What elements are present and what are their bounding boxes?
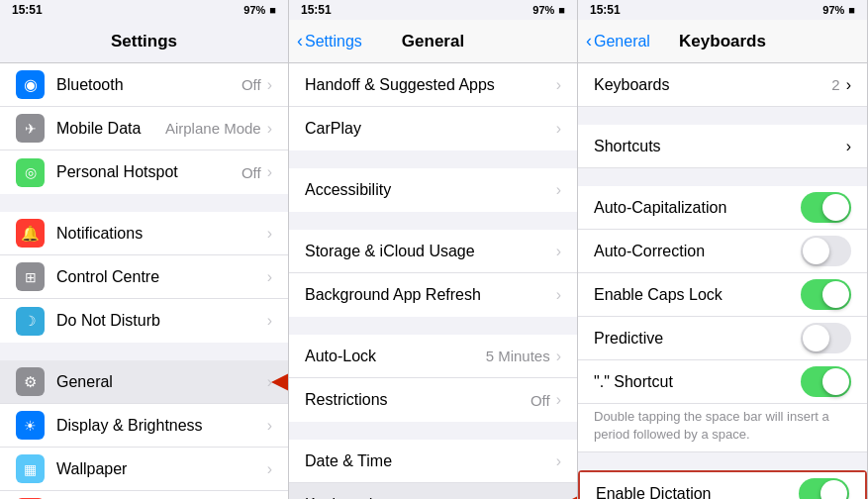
accessibility-label: Accessibility <box>305 181 556 199</box>
control-centre-chevron: › <box>267 268 272 286</box>
mobile-data-value: Airplane Mode <box>165 120 261 137</box>
row-shortcuts[interactable]: Shortcuts › <box>578 125 867 168</box>
nav-back-2[interactable]: ‹ Settings <box>297 31 362 51</box>
svg-marker-0 <box>271 372 288 392</box>
section-keyboards: Keyboards 2 › <box>578 63 867 107</box>
auto-correction-label: Auto-Correction <box>594 243 801 260</box>
row-keyboards[interactable]: Keyboards 2 › <box>578 63 867 107</box>
item-carplay[interactable]: CarPlay › <box>289 107 577 150</box>
restrictions-chevron: › <box>556 391 561 409</box>
section-general: ⚙ General › ☀ Display & Brightness › ▦ <box>0 360 288 499</box>
nav-title-1: Settings <box>111 32 177 51</box>
auto-lock-label: Auto-Lock <box>305 348 486 365</box>
item-storage[interactable]: Storage & iCloud Usage › <box>289 230 577 273</box>
item-restrictions[interactable]: Restrictions Off › <box>289 378 577 422</box>
row-predictive[interactable]: Predictive <box>578 317 867 360</box>
auto-correction-toggle[interactable] <box>801 236 851 266</box>
keyboards-row-chevron: › <box>846 76 851 94</box>
date-time-chevron: › <box>556 452 561 470</box>
predictive-toggle[interactable] <box>801 323 851 353</box>
item-sounds[interactable]: ♫ Sounds › <box>0 491 288 499</box>
gap-g3 <box>289 317 577 335</box>
svg-marker-1 <box>560 495 577 500</box>
section-notifications: 🔔 Notifications › ⊞ Control Centre › ☽ D… <box>0 212 288 343</box>
control-centre-label: Control Centre <box>56 268 267 286</box>
arrow-indicator-1 <box>266 367 288 397</box>
shortcuts-label: Shortcuts <box>594 138 846 155</box>
predictive-label: Predictive <box>594 330 801 348</box>
general-icon-wrap: ⚙ <box>16 367 45 396</box>
notifications-chevron: › <box>267 225 272 243</box>
caps-lock-toggle[interactable] <box>801 279 851 310</box>
enable-dictation-label: Enable Dictation <box>596 485 799 499</box>
display-icon-wrap: ☀ <box>16 411 45 440</box>
section-autolock: Auto-Lock 5 Minutes › Restrictions Off › <box>289 335 577 422</box>
item-notifications[interactable]: 🔔 Notifications › <box>0 212 288 255</box>
caps-lock-knob <box>822 281 849 308</box>
item-date-time[interactable]: Date & Time › <box>289 440 577 483</box>
item-mobile-data[interactable]: ✈ Mobile Data Airplane Mode › <box>0 107 288 150</box>
do-not-disturb-label: Do Not Disturb <box>56 312 267 330</box>
storage-label: Storage & iCloud Usage <box>305 243 556 260</box>
keyboards-list[interactable]: Keyboards 2 › Shortcuts › Auto-Capitaliz… <box>578 63 867 499</box>
do-not-disturb-icon: ☽ <box>24 313 37 329</box>
back-chevron-3: ‹ <box>586 31 592 51</box>
battery-icon-2: ■ <box>558 4 565 16</box>
carplay-chevron: › <box>556 120 561 138</box>
item-keyboard[interactable]: Keyboard › <box>289 483 577 499</box>
nav-back-3[interactable]: ‹ General <box>586 31 650 51</box>
do-not-disturb-chevron: › <box>267 312 272 330</box>
mobile-data-icon-wrap: ✈ <box>16 114 45 143</box>
row-enable-dictation[interactable]: Enable Dictation <box>580 472 865 499</box>
item-auto-lock[interactable]: Auto-Lock 5 Minutes › <box>289 335 577 378</box>
item-background-refresh[interactable]: Background App Refresh › <box>289 273 577 317</box>
section-toggles: Auto-Capitalization Auto-Correction Enab… <box>578 186 867 452</box>
auto-lock-chevron: › <box>556 348 561 365</box>
bluetooth-label: Bluetooth <box>56 76 241 94</box>
general-list[interactable]: Handoff & Suggested Apps › CarPlay › Acc… <box>289 63 577 499</box>
handoff-chevron: › <box>556 76 561 94</box>
caps-lock-label: Enable Caps Lock <box>594 286 801 304</box>
item-bluetooth[interactable]: ◉ Bluetooth Off › <box>0 63 288 107</box>
section-shortcuts: Shortcuts › <box>578 125 867 168</box>
period-shortcut-toggle[interactable] <box>801 366 851 397</box>
date-time-label: Date & Time <box>305 452 556 470</box>
enable-dictation-knob <box>820 480 847 499</box>
auto-correction-knob <box>803 238 829 264</box>
row-caps-lock[interactable]: Enable Caps Lock <box>578 273 867 317</box>
section-handoff: Handoff & Suggested Apps › CarPlay › <box>289 63 577 150</box>
enable-dictation-toggle[interactable] <box>799 478 849 499</box>
battery-percent-1: 97% <box>243 4 265 16</box>
carplay-label: CarPlay <box>305 120 556 138</box>
auto-cap-knob <box>822 194 849 221</box>
nav-title-3: Keyboards <box>679 32 766 51</box>
restrictions-value: Off <box>530 392 550 409</box>
keyboards-panel: 15:51 97% ■ ‹ General Keyboards Keyboard… <box>578 0 868 499</box>
item-accessibility[interactable]: Accessibility › <box>289 168 577 212</box>
nav-title-2: General <box>402 32 464 51</box>
row-auto-cap[interactable]: Auto-Capitalization <box>578 186 867 230</box>
item-display-brightness[interactable]: ☀ Display & Brightness › <box>0 404 288 448</box>
restrictions-label: Restrictions <box>305 391 530 409</box>
control-centre-icon-wrap: ⊞ <box>16 262 45 291</box>
nav-bar-1: Settings <box>0 20 288 63</box>
gap-k1 <box>578 107 867 125</box>
section-dictation: Enable Dictation <box>578 470 867 499</box>
item-personal-hotspot[interactable]: ◎ Personal Hotspot Off › <box>0 150 288 194</box>
item-wallpaper[interactable]: ▦ Wallpaper › <box>0 448 288 491</box>
notifications-icon: 🔔 <box>21 225 40 243</box>
item-general[interactable]: ⚙ General › <box>0 360 288 404</box>
settings-panel: 15:51 97% ■ Settings ◉ Bluetooth Off › ✈… <box>0 0 289 499</box>
row-period-shortcut[interactable]: "." Shortcut <box>578 360 867 404</box>
settings-list[interactable]: ◉ Bluetooth Off › ✈ Mobile Data Airplane… <box>0 63 288 499</box>
wallpaper-icon: ▦ <box>24 461 37 477</box>
time-3: 15:51 <box>590 3 621 17</box>
battery-percent-3: 97% <box>822 4 844 16</box>
section-keyboard: Date & Time › Keyboard › Language & Regi… <box>289 440 577 499</box>
item-do-not-disturb[interactable]: ☽ Do Not Disturb › <box>0 299 288 343</box>
display-icon: ☀ <box>24 418 37 434</box>
auto-cap-toggle[interactable] <box>801 192 851 223</box>
row-auto-correction[interactable]: Auto-Correction <box>578 230 867 273</box>
item-handoff[interactable]: Handoff & Suggested Apps › <box>289 63 577 107</box>
item-control-centre[interactable]: ⊞ Control Centre › <box>0 255 288 299</box>
